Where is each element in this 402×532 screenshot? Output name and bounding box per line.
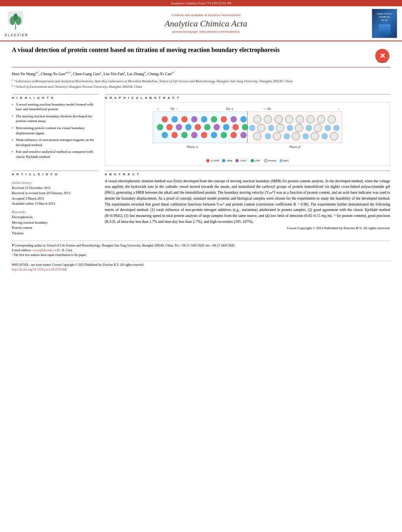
crossmark-icon[interactable]: ✕ CrossMark — [374, 48, 390, 64]
svg-point-63 — [314, 124, 322, 132]
highlight-4: Weak influence of non-protein nitrogen r… — [12, 137, 98, 147]
sciverse-line: Contents lists available at SciVerse Sci… — [40, 13, 372, 17]
svg-point-70 — [292, 132, 300, 140]
keyword-4: Titration — [12, 231, 98, 236]
legend-coo: -COO⁻ — [235, 159, 248, 162]
svg-point-61 — [295, 124, 303, 132]
available-date: Available online 13 March 2013 — [12, 201, 98, 207]
history-label: Article history: — [12, 181, 98, 185]
cooh-dot — [206, 159, 209, 162]
svg-point-37 — [233, 124, 239, 130]
legend-cooh: -COOH — [206, 159, 219, 162]
svg-point-25 — [211, 116, 217, 122]
svg-point-47 — [241, 132, 247, 138]
svg-point-44 — [211, 132, 217, 138]
svg-point-36 — [223, 124, 230, 130]
svg-point-60 — [287, 125, 293, 131]
doi-link[interactable]: http://dx.doi.org/10.1016/j.aca.2013.03.… — [12, 267, 390, 272]
svg-point-69 — [284, 133, 290, 139]
affiliations: a ᵃ Laboratory of Bioseparation and Anal… — [12, 78, 390, 89]
svg-text:→ D₁: → D₁ — [263, 107, 272, 111]
abstract-text: A visual electrophoretic titration metho… — [105, 178, 390, 225]
keyword-2: Moving reaction boundary — [12, 220, 98, 226]
graphical-abstract-col: G R A P H I C A L A B S T R A C T Phase … — [105, 94, 390, 166]
article-history: Article history: Received 21 December 20… — [12, 181, 98, 207]
coo-dot — [235, 159, 239, 162]
journal-title-block: Contents lists available at SciVerse Sci… — [40, 13, 372, 33]
svg-point-23 — [191, 116, 198, 122]
ga-legend: -COOH -NH₂ -COO⁻ -OH⁻ — [108, 159, 387, 162]
abstract-section: A visual electrophoretic titration metho… — [105, 178, 390, 230]
legend-nh2: -NH₂ — [222, 159, 232, 162]
info-abstract-row: A R T I C L E I N F O Article history: R… — [12, 171, 390, 236]
water-dot — [280, 159, 283, 162]
svg-point-56 — [249, 125, 256, 131]
journal-homepage: journal homepage: www.elsevier.com/locat… — [40, 30, 372, 33]
svg-point-46 — [231, 132, 237, 138]
main-content: A visual detection of protein content ba… — [0, 41, 402, 276]
svg-point-27 — [231, 116, 237, 122]
svg-point-65 — [333, 125, 340, 131]
svg-point-22 — [182, 116, 188, 122]
svg-point-32 — [185, 124, 192, 130]
sciverse-link-text[interactable]: SciVerse ScienceDirect — [208, 13, 241, 17]
svg-text:✕: ✕ — [380, 52, 385, 60]
legend-protein: Protein — [264, 159, 276, 162]
svg-point-35 — [214, 124, 220, 130]
footnote-1: ¹ The first two authors have equal contr… — [12, 253, 390, 258]
svg-point-73 — [322, 133, 328, 139]
svg-text:D₂ ←: D₂ ← — [170, 107, 179, 111]
nh2-dot — [222, 159, 225, 162]
corresponding-note: ⁋ Corresponding author at: School of Lif… — [12, 243, 390, 248]
email-link[interactable]: cxcao@sjtu.edu.cn — [32, 248, 56, 252]
svg-text:CrossMark: CrossMark — [378, 61, 387, 63]
svg-point-54 — [317, 115, 325, 123]
elsevier-logo: 🌿 ELSEVIER — [5, 10, 40, 37]
accepted-date: Accepted 3 March 2013 — [12, 196, 98, 202]
svg-point-28 — [241, 116, 247, 122]
svg-point-50 — [275, 115, 283, 123]
highlights-col: H I G H L I G H T S A novel moving react… — [12, 94, 98, 166]
svg-point-72 — [311, 132, 319, 140]
svg-point-42 — [191, 132, 198, 138]
svg-text:Phase α: Phase α — [186, 145, 198, 149]
elsevier-label: ELSEVIER — [5, 33, 40, 37]
abstract-col: A B S T R A C T A visual electrophoretic… — [105, 171, 390, 236]
highlights-graphical-row: H I G H L I G H T S A novel moving react… — [12, 94, 390, 166]
article-dates: Received 21 December 2012 Received in re… — [12, 185, 98, 207]
keywords-label: Keywords: — [12, 210, 98, 214]
svg-point-31 — [176, 124, 182, 130]
highlight-5: Fast and sensitive analytical method as … — [12, 149, 98, 159]
oh-dot — [251, 159, 254, 162]
svg-point-20 — [162, 116, 168, 122]
svg-point-68 — [273, 132, 281, 140]
email-label: E-mail address: — [12, 248, 32, 252]
svg-point-33 — [195, 124, 201, 130]
article-title-section: A visual detection of protein content ba… — [12, 46, 390, 67]
keyword-3: Protein content — [12, 225, 98, 231]
article-title: A visual detection of protein content ba… — [12, 46, 371, 54]
highlights-list: A novel moving reaction boundary model f… — [12, 102, 98, 159]
svg-text:+: + — [157, 107, 159, 111]
svg-point-74 — [330, 132, 338, 140]
email-suffix: (C.-X. Cao). — [56, 248, 73, 252]
svg-point-45 — [221, 132, 227, 138]
svg-point-6 — [13, 13, 18, 20]
svg-point-55 — [328, 115, 336, 123]
issn-line: 0003-2670/$ – see front matter. Crown Co… — [12, 263, 390, 267]
highlight-3: Determining protein content via visual b… — [12, 126, 98, 135]
highlight-1: A novel moving reaction boundary model f… — [12, 102, 98, 112]
footer-bottom: 0003-2670/$ – see front matter. Crown Co… — [12, 261, 390, 272]
journal-cover: ANALYTICA CHIMICA ACTA — [372, 9, 397, 38]
elsevier-tree-icon: 🌿 — [5, 10, 26, 32]
homepage-url[interactable]: www.elsevier.com/locate/aca — [199, 30, 239, 33]
keyword-1: Electrophoresis — [12, 215, 98, 220]
svg-point-64 — [325, 125, 331, 131]
svg-text:D₂₋₁: D₂₋₁ — [226, 107, 234, 111]
legend-water: H₂O — [280, 159, 289, 162]
article-info-col: A R T I C L E I N F O Article history: R… — [12, 171, 98, 236]
svg-point-34 — [204, 124, 211, 130]
ga-svg: Phase α Phase β + − D₂ ← D₂₋₁ → D₁ — [108, 106, 387, 157]
received-date: Received 21 December 2012 — [12, 185, 98, 191]
graphical-abstract-header: G R A P H I C A L A B S T R A C T — [105, 94, 390, 100]
